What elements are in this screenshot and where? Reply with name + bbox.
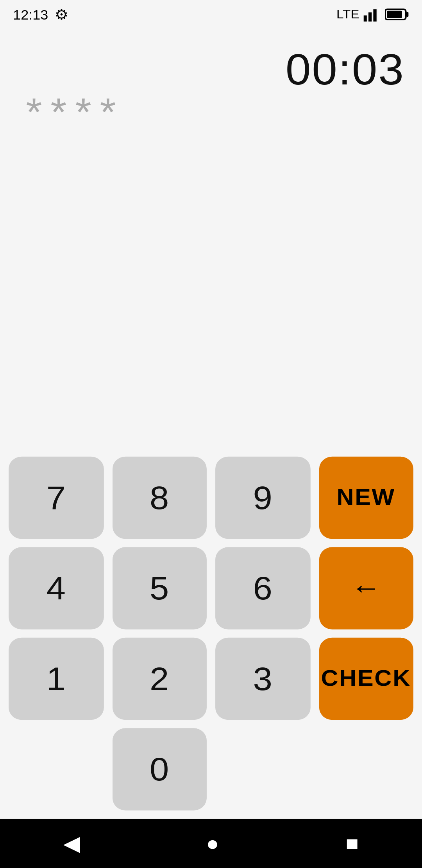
check-button[interactable]: CHECK [319,638,413,720]
new-button[interactable]: NEW [319,457,413,539]
status-bar: 12:13 ⚙ LTE [0,0,422,29]
keypad-row-2: 4 5 6 ← [9,547,413,629]
backspace-button[interactable]: ← [319,547,413,629]
gear-icon: ⚙ [55,6,69,23]
nav-home-button[interactable]: ● [206,832,219,855]
nav-recents-button[interactable]: ■ [346,832,359,855]
key-7[interactable]: 7 [9,457,103,539]
svg-rect-5 [406,12,409,17]
nav-bar: ◀ ● ■ [0,819,422,868]
lte-label: LTE [336,7,359,22]
main-content: 00:03 **** 7 8 9 NEW 4 5 6 ← 1 2 3 CHECK… [0,29,422,819]
key-5[interactable]: 5 [112,547,207,629]
key-6[interactable]: 6 [215,547,310,629]
svg-rect-3 [378,7,381,22]
battery-icon [385,8,409,21]
signal-icon [363,7,381,22]
key-3[interactable]: 3 [215,638,310,720]
keypad: 7 8 9 NEW 4 5 6 ← 1 2 3 CHECK 0 [0,448,422,819]
svg-rect-1 [368,13,372,22]
time-display: 12:13 [13,7,48,22]
status-left: 12:13 ⚙ [13,6,69,23]
key-8[interactable]: 8 [112,457,207,539]
keypad-row-4: 0 [9,728,413,810]
status-right: LTE [336,7,409,22]
svg-rect-2 [373,9,376,22]
keypad-row-3: 1 2 3 CHECK [9,638,413,720]
key-0[interactable]: 0 [112,728,207,810]
timer-display: 00:03 [286,45,405,95]
key-9[interactable]: 9 [215,457,310,539]
key-4[interactable]: 4 [9,547,103,629]
svg-rect-6 [387,11,402,18]
key-2[interactable]: 2 [112,638,207,720]
key-1[interactable]: 1 [9,638,103,720]
svg-rect-0 [363,15,367,22]
nav-back-button[interactable]: ◀ [63,831,80,855]
keypad-row-1: 7 8 9 NEW [9,457,413,539]
